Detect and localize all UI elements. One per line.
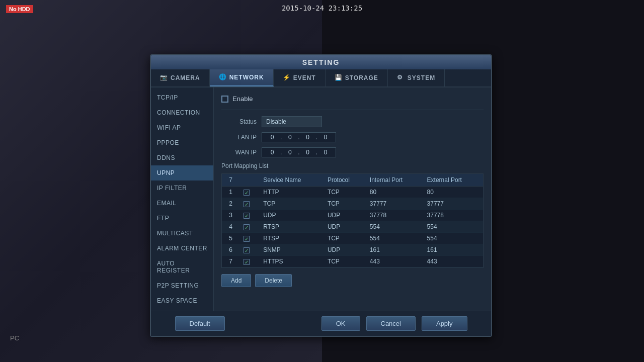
sidebar-item-multicast[interactable]: MULTICAST (151, 226, 213, 241)
cancel-button[interactable]: Cancel (366, 316, 416, 331)
col-external: External Port (423, 174, 483, 187)
wan-ip-row: WAN IP . . . (221, 147, 484, 157)
col-protocol: Protocol (324, 174, 366, 187)
lan-ip-octet-1[interactable] (265, 134, 279, 141)
table-row: 4 RTSP UDP 554 554 (222, 221, 483, 233)
sidebar-item-connection[interactable]: CONNECTION (151, 105, 213, 120)
row-checkbox[interactable] (244, 201, 250, 207)
row-protocol: UDP (324, 244, 366, 256)
camera-icon: 📷 (160, 74, 168, 82)
row-checkbox[interactable] (244, 236, 250, 242)
lan-ip-label: LAN IP (221, 134, 257, 141)
row-num: 2 (222, 198, 239, 210)
row-protocol: TCP (324, 233, 366, 244)
row-protocol: TCP (324, 187, 366, 198)
row-check[interactable] (239, 233, 259, 244)
row-num: 3 (222, 210, 239, 221)
tab-camera[interactable]: 📷 CAMERA (151, 69, 210, 86)
pc-label: PC (10, 334, 19, 342)
sidebar-item-ddns[interactable]: DDNS (151, 150, 213, 165)
sidebar-item-upnp[interactable]: UPNP (151, 165, 213, 180)
lan-ip-octet-4[interactable] (318, 134, 333, 141)
row-external: 554 (423, 233, 483, 244)
row-service: UDP (259, 210, 324, 221)
wan-ip-octet-4[interactable] (318, 149, 333, 156)
col-checkbox (239, 174, 259, 187)
sidebar: TCP/IP CONNECTION WIFI AP PPPOE DDNS UPN… (151, 87, 214, 311)
tab-camera-label: CAMERA (171, 74, 200, 81)
settings-dialog: SETTING 📷 CAMERA 🌐 NETWORK ⚡ EVENT 💾 STO… (150, 54, 492, 337)
lan-ip-octet-2[interactable] (283, 134, 297, 141)
event-icon: ⚡ (283, 74, 291, 82)
lan-ip-input[interactable]: . . . (262, 132, 336, 142)
row-checkbox[interactable] (244, 213, 250, 219)
tab-storage-label: STORAGE (345, 74, 378, 81)
sidebar-item-ftp[interactable]: FTP (151, 211, 213, 226)
row-num: 5 (222, 233, 239, 244)
sidebar-item-ipfilter[interactable]: IP FILTER (151, 180, 213, 196)
add-button[interactable]: Add (221, 274, 251, 287)
row-num: 6 (222, 244, 239, 256)
row-check[interactable] (239, 187, 259, 198)
sidebar-item-email[interactable]: EMAIL (151, 196, 213, 211)
sidebar-item-tcpip[interactable]: TCP/IP (151, 90, 213, 105)
tab-event[interactable]: ⚡ EVENT (274, 69, 326, 86)
row-external: 80 (423, 187, 483, 198)
row-check[interactable] (239, 221, 259, 233)
system-icon: ⚙ (397, 74, 405, 82)
row-service: RTSP (259, 221, 324, 233)
row-external: 161 (423, 244, 483, 256)
row-check[interactable] (239, 256, 259, 267)
table-row: 7 HTTPS TCP 443 443 (222, 256, 483, 267)
sidebar-item-wifiap[interactable]: WIFI AP (151, 120, 213, 135)
table-row: 2 TCP TCP 37777 37777 (222, 198, 483, 210)
enable-checkbox[interactable] (221, 96, 228, 103)
tab-network[interactable]: 🌐 NETWORK (210, 69, 274, 86)
sidebar-item-alarmcenter[interactable]: ALARM CENTER (151, 241, 213, 256)
row-service: HTTP (259, 187, 324, 198)
wan-ip-octet-1[interactable] (265, 149, 279, 156)
row-num: 4 (222, 221, 239, 233)
status-row: Status Disable (221, 116, 484, 127)
lan-ip-octet-3[interactable] (301, 134, 315, 141)
no-hdd-badge: No HDD (6, 5, 33, 13)
wan-ip-input[interactable]: . . . (262, 147, 336, 157)
sidebar-item-autoregister[interactable]: AUTO REGISTER (151, 256, 213, 278)
ok-button[interactable]: OK (321, 316, 360, 331)
row-checkbox[interactable] (244, 224, 250, 230)
enable-divider (221, 110, 484, 110)
sidebar-item-p2psetting[interactable]: P2P SETTING (151, 278, 213, 293)
status-value: Disable (262, 116, 322, 127)
apply-button[interactable]: Apply (422, 316, 467, 331)
add-delete-row: Add Delete (221, 274, 484, 287)
table-row: 6 SNMP UDP 161 161 (222, 244, 483, 256)
row-internal: 161 (366, 244, 423, 256)
row-internal: 80 (366, 187, 423, 198)
row-internal: 37777 (366, 198, 423, 210)
row-checkbox[interactable] (244, 190, 250, 196)
delete-button[interactable]: Delete (255, 274, 292, 287)
sidebar-item-easyspace[interactable]: EASY SPACE (151, 293, 213, 308)
enable-row: Enable (221, 95, 484, 103)
default-button[interactable]: Default (175, 316, 225, 331)
tab-system[interactable]: ⚙ SYSTEM (388, 69, 445, 86)
row-check[interactable] (239, 244, 259, 256)
wan-ip-octet-3[interactable] (301, 149, 315, 156)
row-check[interactable] (239, 210, 259, 221)
row-external: 443 (423, 256, 483, 267)
col-num: 7 (222, 174, 239, 187)
row-external: 37777 (423, 198, 483, 210)
row-checkbox[interactable] (244, 259, 250, 265)
tab-network-label: NETWORK (229, 74, 264, 81)
row-service: TCP (259, 198, 324, 210)
wan-ip-octet-2[interactable] (283, 149, 297, 156)
row-external: 554 (423, 221, 483, 233)
tab-storage[interactable]: 💾 STORAGE (326, 69, 388, 86)
row-check[interactable] (239, 198, 259, 210)
port-table: 7 Service Name Protocol Internal Port Ex… (222, 174, 483, 267)
port-table-container: 7 Service Name Protocol Internal Port Ex… (221, 173, 484, 268)
sidebar-item-pppoe[interactable]: PPPOE (151, 135, 213, 150)
tab-event-label: EVENT (293, 74, 316, 81)
row-checkbox[interactable] (244, 247, 250, 253)
row-protocol: UDP (324, 221, 366, 233)
